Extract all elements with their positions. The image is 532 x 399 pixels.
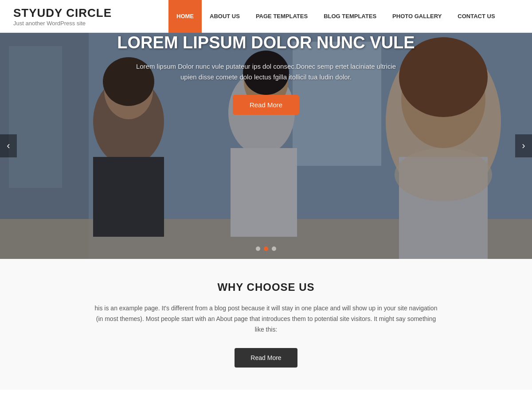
logo-title: STYUDY CIRCLE — [13, 6, 155, 20]
hero-read-more-button[interactable]: Read More — [233, 95, 299, 115]
nav-contact[interactable]: CONTACT US — [450, 0, 503, 33]
slider-prev-button[interactable]: ‹ — [0, 134, 17, 157]
logo-area: STYUDY CIRCLE Just another WordPress sit… — [0, 2, 168, 31]
nav-about[interactable]: ABOUT US — [202, 0, 248, 33]
why-description: his is an example page. It's different f… — [93, 303, 439, 335]
nav-blog-templates[interactable]: BLOG TEMPLATES — [316, 0, 384, 33]
hero-title: LOREM LIPSUM DOLOR NUNC VULE — [44, 33, 488, 53]
nav-page-templates[interactable]: PAGE TEMPLATES — [248, 0, 316, 33]
why-title: WHY CHOOSE US — [44, 281, 488, 293]
dot-3[interactable] — [272, 246, 276, 251]
nav-photo-gallery[interactable]: PHOTO GALLERY — [384, 0, 450, 33]
logo-subtitle: Just another WordPress site — [13, 20, 155, 27]
bottom-section: SAMPLE PAGE 🔍 — [0, 390, 532, 399]
hero-description: Lorem lipsum Dolor nunc vule putateur ip… — [129, 61, 403, 82]
hero-slider: LOREM LIPSUM DOLOR NUNC VULE Lorem lipsu… — [0, 33, 532, 259]
header: STYUDY CIRCLE Just another WordPress sit… — [0, 0, 532, 33]
dot-2[interactable] — [264, 246, 268, 251]
why-section: WHY CHOOSE US his is an example page. It… — [0, 259, 532, 390]
why-read-more-button[interactable]: Read More — [235, 348, 297, 368]
nav-home[interactable]: HOME — [168, 0, 202, 33]
dot-1[interactable] — [256, 246, 260, 251]
slider-next-button[interactable]: › — [515, 134, 532, 157]
hero-content: LOREM LIPSUM DOLOR NUNC VULE Lorem lipsu… — [0, 33, 532, 115]
main-nav: HOME ABOUT US PAGE TEMPLATES BLOG TEMPLA… — [168, 0, 503, 33]
slider-dots — [256, 246, 276, 251]
